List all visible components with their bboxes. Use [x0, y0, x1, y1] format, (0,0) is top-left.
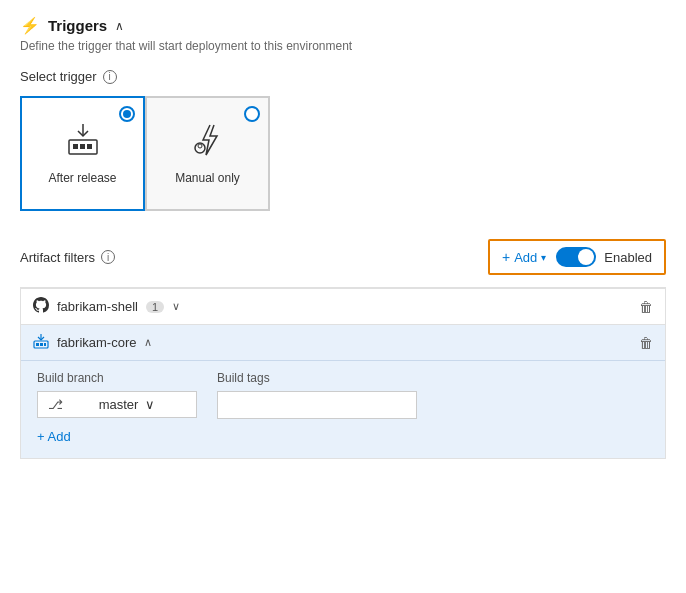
github-icon: [33, 297, 49, 316]
build-fields-row: Build branch ⎇ master ∨ Build tags: [37, 371, 649, 419]
artifact-row-fabrikam-core: fabrikam-core ∧ 🗑: [21, 324, 665, 360]
after-release-icon: [65, 122, 101, 165]
shell-expand-icon[interactable]: ∨: [172, 300, 180, 313]
build-tags-field: Build tags: [217, 371, 417, 419]
build-branch-field: Build branch ⎇ master ∨: [37, 371, 197, 418]
collapse-icon[interactable]: ∧: [115, 19, 124, 33]
svg-rect-10: [44, 343, 46, 346]
add-label: Add: [514, 250, 537, 265]
artifact-toggle[interactable]: [556, 247, 596, 267]
build-branch-select[interactable]: ⎇ master ∨: [37, 391, 197, 418]
add-filter-link[interactable]: + Add: [37, 429, 649, 444]
artifact-filters-header: Artifact filters i + Add ▾ Enabled: [20, 239, 666, 275]
add-artifact-button[interactable]: + Add ▾: [502, 249, 546, 265]
add-filter-label: + Add: [37, 429, 71, 444]
section-header: ⚡ Triggers ∧: [20, 16, 666, 35]
manual-only-label: Manual only: [175, 171, 240, 185]
artifact-filters-text: Artifact filters: [20, 250, 95, 265]
svg-rect-8: [36, 343, 39, 346]
artifact-core-left: fabrikam-core ∧: [33, 333, 152, 352]
svg-rect-9: [40, 343, 43, 346]
artifact-filters-info-icon[interactable]: i: [101, 250, 115, 264]
build-branch-label: Build branch: [37, 371, 197, 385]
add-button-group: + Add ▾ Enabled: [488, 239, 666, 275]
core-expand-icon[interactable]: ∧: [144, 336, 152, 349]
artifact-filters-label-group: Artifact filters i: [20, 250, 115, 265]
branch-chevron-icon: ∨: [145, 397, 186, 412]
radio-after-release: [119, 106, 135, 122]
add-chevron-icon: ▾: [541, 252, 546, 263]
core-delete-icon[interactable]: 🗑: [639, 335, 653, 351]
trigger-card-after-release[interactable]: After release: [20, 96, 145, 211]
core-artifact-name: fabrikam-core: [57, 335, 136, 350]
svg-rect-3: [87, 144, 92, 149]
artifact-shell-left: fabrikam-shell 1 ∨: [33, 297, 180, 316]
main-container: ⚡ Triggers ∧ Define the trigger that wil…: [0, 0, 686, 475]
toggle-container: Enabled: [556, 247, 652, 267]
svg-rect-2: [80, 144, 85, 149]
section-title: Triggers: [48, 17, 107, 34]
core-expanded-content: Build branch ⎇ master ∨ Build tags + Add: [21, 360, 665, 458]
build-icon: [33, 333, 49, 352]
svg-point-6: [198, 144, 202, 148]
select-trigger-text: Select trigger: [20, 69, 97, 84]
select-trigger-label: Select trigger i: [20, 69, 666, 84]
svg-rect-1: [73, 144, 78, 149]
shell-artifact-badge: 1: [146, 301, 164, 313]
build-tags-label: Build tags: [217, 371, 417, 385]
trigger-options: After release Manual only: [20, 96, 666, 211]
select-trigger-info-icon[interactable]: i: [103, 70, 117, 84]
section-description: Define the trigger that will start deplo…: [20, 39, 666, 53]
toggle-label: Enabled: [604, 250, 652, 265]
shell-artifact-name: fabrikam-shell: [57, 299, 138, 314]
build-tags-input[interactable]: [217, 391, 417, 419]
artifacts-container: fabrikam-shell 1 ∨ 🗑: [20, 287, 666, 459]
plus-icon: +: [502, 249, 510, 265]
build-branch-value: master: [99, 397, 140, 412]
triggers-icon: ⚡: [20, 16, 40, 35]
artifact-row-fabrikam-shell: fabrikam-shell 1 ∨ 🗑: [21, 288, 665, 324]
radio-manual-only: [244, 106, 260, 122]
manual-only-icon: [190, 122, 226, 165]
after-release-label: After release: [48, 171, 116, 185]
trigger-card-manual-only[interactable]: Manual only: [145, 96, 270, 211]
shell-delete-icon[interactable]: 🗑: [639, 299, 653, 315]
